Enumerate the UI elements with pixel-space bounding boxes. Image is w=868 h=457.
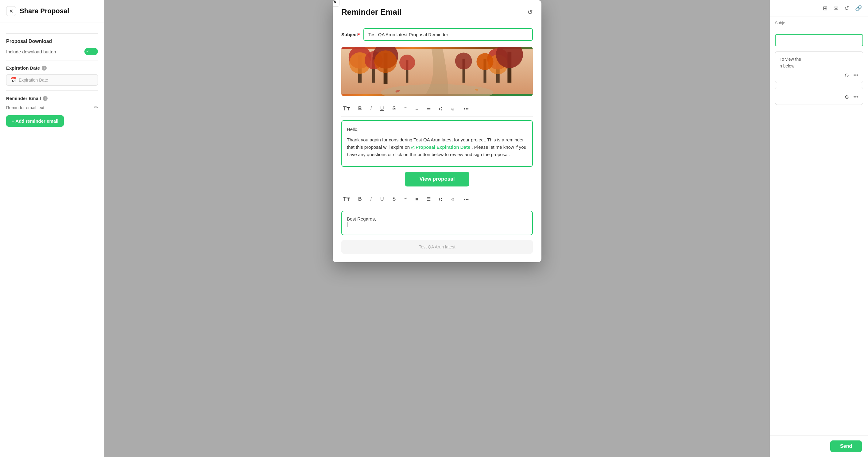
rp-emoji-btn-1[interactable]: ☺ — [844, 72, 849, 78]
expiration-info-icon[interactable]: i — [42, 66, 46, 70]
text-cursor — [347, 222, 347, 227]
rp-card-actions-1: ☺ ••• — [780, 72, 859, 78]
text-format-icon-bottom: Tᴛ — [343, 196, 350, 202]
expiration-date-input-row[interactable]: 📅 Expiration Date — [6, 74, 98, 86]
modal-reset-button[interactable]: ↺ — [527, 8, 533, 16]
right-panel-footer: Send — [770, 435, 868, 457]
modal-header: Reminder Email ↺ — [333, 0, 541, 22]
bold-btn-bottom[interactable]: B — [356, 195, 364, 203]
rp-more-btn-2[interactable]: ••• — [853, 94, 859, 100]
emoji-btn-top[interactable]: ☺ — [449, 105, 457, 112]
divider-1 — [6, 33, 98, 34]
required-star: * — [358, 32, 360, 37]
quote-btn-top[interactable]: ❝ — [402, 105, 408, 112]
svg-point-20 — [455, 53, 472, 70]
panel-header: ✕ Share Proposal — [0, 6, 104, 22]
italic-btn-bottom[interactable]: I — [369, 195, 374, 203]
email-footer: Test QA Arun latest — [341, 240, 533, 254]
rp-card-1: To view then below ☺ ••• — [775, 51, 863, 83]
right-toolbar: ⊞ ✉ ↺ 🔗 — [770, 0, 868, 17]
rp-subject-label: Subje... — [775, 21, 788, 25]
expiration-heading-text: Expiration Date — [6, 65, 40, 70]
body-text: Thank you again for considering Test QA … — [347, 136, 527, 158]
subject-input[interactable] — [363, 28, 533, 41]
link-icon[interactable]: 🔗 — [855, 5, 862, 12]
toggle-check-icon: ✓ — [86, 50, 89, 54]
rp-emoji-btn-2[interactable]: ☺ — [844, 94, 849, 100]
download-toggle-switch[interactable]: ✓ — [84, 48, 98, 55]
underline-btn-bottom[interactable]: U — [378, 195, 386, 203]
expiry-tag: @Proposal Expiration Date — [411, 144, 470, 150]
strike-btn-bottom[interactable]: S — [391, 195, 398, 203]
reminder-heading-row: Reminder Email i — [6, 96, 98, 101]
close-panel-button[interactable]: ✕ — [6, 6, 16, 16]
rp-input-field[interactable] — [775, 34, 863, 46]
text-format-btn-bottom[interactable]: Tᴛ — [341, 194, 351, 204]
left-panel: ✕ Share Proposal Proposal Download Inclu… — [0, 0, 104, 457]
reminder-info-icon[interactable]: i — [43, 96, 48, 101]
email-icon[interactable]: ✉ — [834, 5, 838, 12]
rp-more-btn-1[interactable]: ••• — [853, 72, 859, 78]
grid-icon[interactable]: ⊞ — [823, 5, 828, 12]
email-header-image — [341, 47, 533, 96]
align-btn-top[interactable]: ≡ — [413, 105, 420, 112]
emoji-btn-bottom[interactable]: ☺ — [449, 195, 457, 203]
rp-card-1-text: To view then below — [780, 57, 801, 68]
strike-btn-top[interactable]: S — [391, 105, 398, 112]
toolbar-top: Tᴛ B I U S ❝ ≡ ☰ ⑆ ☺ ••• — [341, 101, 533, 117]
more-btn-top[interactable]: ••• — [462, 105, 470, 112]
text-format-btn-top[interactable]: Tᴛ — [341, 104, 351, 113]
bullet-list-btn-top[interactable]: ☰ — [425, 105, 432, 112]
expiration-date-placeholder: Expiration Date — [19, 77, 48, 83]
email-body-bottom[interactable]: Best Regards, — [341, 211, 533, 235]
panel-content: Proposal Download Include download butto… — [0, 22, 104, 133]
reminder-email-modal: ✕ Reminder Email ↺ Subject* — [333, 0, 541, 262]
download-toggle-row: Include download button ✓ — [6, 48, 98, 55]
email-body-top[interactable]: Hello, Thank you again for considering T… — [341, 120, 533, 167]
subject-label: Subject* — [341, 32, 360, 37]
reminder-text-label: Reminder email text — [6, 105, 44, 110]
quote-btn-bottom[interactable]: ❝ — [402, 195, 408, 203]
text-format-icon-top: Tᴛ — [343, 105, 350, 112]
view-proposal-button[interactable]: View proposal — [405, 172, 470, 187]
undo-icon[interactable]: ↺ — [844, 5, 849, 12]
reminder-text-row: Reminder email text ✏ — [6, 105, 98, 110]
modal-overlay: ✕ Reminder Email ↺ Subject* — [104, 0, 770, 457]
align-btn-bottom[interactable]: ≡ — [413, 195, 420, 203]
right-panel: ⊞ ✉ ↺ 🔗 Subje... To view then below ☺ ••… — [770, 0, 868, 457]
panel-title: Share Proposal — [20, 7, 69, 15]
italic-btn-top[interactable]: I — [369, 105, 374, 112]
underline-btn-top[interactable]: U — [378, 105, 386, 112]
add-reminder-button[interactable]: + Add reminder email — [6, 115, 64, 127]
toolbar-bottom: Tᴛ B I U S ❝ ≡ ☰ ⑆ ☺ ••• — [341, 191, 533, 207]
subject-row: Subject* — [341, 28, 533, 41]
reminder-heading-text: Reminder Email — [6, 96, 41, 101]
numbered-list-btn-bottom[interactable]: ⑆ — [437, 195, 444, 203]
rp-card-2: ☺ ••• — [775, 87, 863, 105]
calendar-icon: 📅 — [10, 77, 16, 83]
divider-3 — [6, 91, 98, 91]
modal-body: Subject* — [333, 22, 541, 262]
view-proposal-wrap: View proposal — [341, 172, 533, 187]
closing-text: Best Regards, — [347, 216, 376, 222]
send-button[interactable]: Send — [830, 440, 862, 452]
download-toggle-label: Include download button — [6, 49, 56, 54]
expiration-heading-row: Expiration Date i — [6, 65, 98, 70]
modal-close-button[interactable]: ✕ — [333, 0, 339, 7]
modal-title: Reminder Email — [341, 7, 402, 17]
right-panel-subject-area: Subje... — [770, 17, 868, 29]
numbered-list-btn-top[interactable]: ⑆ — [437, 105, 444, 112]
svg-point-18 — [399, 55, 415, 70]
more-btn-bottom[interactable]: ••• — [462, 195, 470, 203]
bullet-list-btn-bottom[interactable]: ☰ — [425, 195, 432, 203]
rp-card-actions-2: ☺ ••• — [780, 94, 859, 100]
greeting-text: Hello, — [347, 126, 527, 133]
reminder-edit-icon[interactable]: ✏ — [94, 105, 98, 110]
right-panel-content: To view then below ☺ ••• ☺ ••• — [770, 29, 868, 435]
footer-text: Test QA Arun latest — [418, 244, 455, 249]
svg-point-9 — [374, 50, 397, 73]
svg-point-16 — [476, 53, 493, 70]
proposal-download-heading: Proposal Download — [6, 39, 98, 44]
bold-btn-top[interactable]: B — [356, 105, 364, 112]
main-area: ✕ Reminder Email ↺ Subject* — [104, 0, 770, 457]
